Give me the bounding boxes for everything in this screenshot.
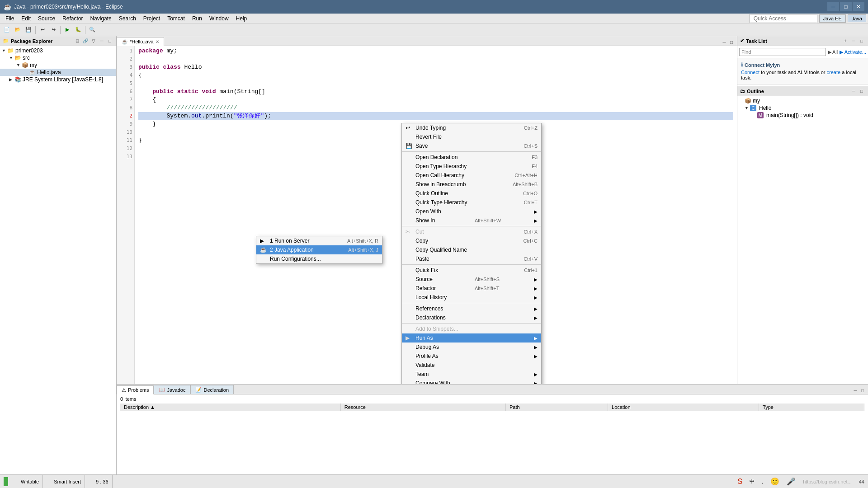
outline-controls: ─ □ bbox=[850, 88, 865, 95]
col-location[interactable]: Location bbox=[608, 404, 759, 411]
quick-access-input[interactable] bbox=[750, 14, 817, 23]
cm-quick-fix[interactable]: Quick Fix Ctrl+1 bbox=[402, 266, 541, 275]
submenu-run-on-server[interactable]: ▶ 1 Run on Server Alt+Shift+X, R bbox=[256, 236, 382, 245]
cm-show-in[interactable]: Show In Alt+Shift+W ▶ bbox=[402, 216, 541, 225]
outline-item-main[interactable]: M main(String[]) : void bbox=[737, 112, 868, 119]
menu-source[interactable]: Source bbox=[34, 14, 59, 23]
minimize-button[interactable]: ─ bbox=[827, 2, 839, 11]
tree-item-hello-java[interactable]: ☕ Hello.java bbox=[0, 69, 116, 76]
task-new-btn[interactable]: + bbox=[842, 38, 849, 45]
tab-javadoc[interactable]: 📖 Javadoc bbox=[154, 385, 190, 394]
cm-add-snippets[interactable]: Add to Snippets... bbox=[402, 324, 541, 333]
search-button[interactable]: 🔍 bbox=[87, 25, 97, 35]
cm-cut[interactable]: ✂ Cut Ctrl+X bbox=[402, 227, 541, 236]
cm-declarations[interactable]: Declarations ▶ bbox=[402, 313, 541, 322]
collapse-all-btn[interactable]: ⊟ bbox=[74, 38, 81, 45]
cm-references[interactable]: References ▶ bbox=[402, 304, 541, 313]
tree-item-jre[interactable]: ▶ 📚 JRE System Library [JavaSE-1.8] bbox=[0, 76, 116, 83]
cm-open-declaration[interactable]: Open Declaration F3 bbox=[402, 153, 541, 162]
cm-compare-with[interactable]: Compare With ▶ bbox=[402, 379, 541, 384]
cm-validate[interactable]: Validate bbox=[402, 361, 541, 370]
menu-window[interactable]: Window bbox=[206, 14, 232, 23]
run-button[interactable]: ▶ bbox=[62, 25, 72, 35]
cm-local-history[interactable]: Local History ▶ bbox=[402, 293, 541, 302]
open-button[interactable]: 📂 bbox=[13, 25, 23, 35]
menu-run[interactable]: Run bbox=[189, 14, 206, 23]
activate-label[interactable]: ▶ Activate... bbox=[840, 49, 866, 55]
bottom-maximize-btn[interactable]: □ bbox=[859, 387, 866, 394]
cm-open-type-shortcut: F4 bbox=[532, 164, 538, 169]
menu-search[interactable]: Search bbox=[115, 14, 140, 23]
java-perspective[interactable]: Java bbox=[848, 14, 866, 22]
tab-problems[interactable]: ⚠ Problems bbox=[117, 385, 154, 394]
minimize-panel-btn[interactable]: ─ bbox=[98, 38, 105, 45]
cm-undo-typing[interactable]: ↩ Undo Typing Ctrl+Z bbox=[402, 123, 541, 132]
col-type[interactable]: Type bbox=[759, 404, 864, 411]
submenu-run-configs[interactable]: Run Configurations... bbox=[256, 254, 382, 263]
close-button[interactable]: ✕ bbox=[853, 2, 864, 11]
outline-maximize-btn[interactable]: □ bbox=[858, 88, 865, 95]
outline-minimize-btn[interactable]: ─ bbox=[850, 88, 857, 95]
package-explorer-title: Package Explorer bbox=[11, 38, 72, 44]
task-find-input[interactable] bbox=[739, 48, 826, 56]
tab-declaration[interactable]: 📝 Declaration bbox=[190, 385, 234, 394]
tree-label-my: my bbox=[30, 62, 37, 68]
outline-item-hello[interactable]: ▼ C Hello bbox=[737, 104, 868, 112]
cm-revert-file[interactable]: Revert File bbox=[402, 132, 541, 141]
editor-maximize-btn[interactable]: □ bbox=[728, 38, 735, 46]
redo-button[interactable]: ↪ bbox=[48, 25, 58, 35]
menu-help[interactable]: Help bbox=[232, 14, 251, 23]
col-path[interactable]: Path bbox=[506, 404, 608, 411]
maximize-button[interactable]: □ bbox=[840, 2, 852, 11]
cm-open-call-hierarchy[interactable]: Open Call Hierarchy Ctrl+Alt+H bbox=[402, 171, 541, 180]
cm-profile-as[interactable]: Profile As ▶ bbox=[402, 352, 541, 361]
tab-close-icon[interactable]: ✕ bbox=[156, 39, 159, 44]
bottom-minimize-btn[interactable]: ─ bbox=[852, 387, 859, 394]
menu-navigate[interactable]: Navigate bbox=[86, 14, 115, 23]
new-button[interactable]: 📄 bbox=[2, 25, 12, 35]
cm-copy[interactable]: Copy Ctrl+C bbox=[402, 236, 541, 245]
cm-save[interactable]: 💾 Save Ctrl+S bbox=[402, 141, 541, 150]
task-maximize-btn[interactable]: □ bbox=[858, 38, 865, 45]
task-minimize-btn[interactable]: ─ bbox=[850, 38, 857, 45]
cm-show-breadcrumb[interactable]: Show in Breadcrumb Alt+Shift+B bbox=[402, 180, 541, 189]
cm-copy-qualified[interactable]: Copy Qualified Name bbox=[402, 245, 541, 254]
cm-copy-shortcut: Ctrl+C bbox=[524, 238, 538, 244]
tree-item-src[interactable]: ▼ 📂 src bbox=[0, 54, 116, 61]
menu-project[interactable]: Project bbox=[140, 14, 164, 23]
view-menu-btn[interactable]: ▽ bbox=[90, 38, 97, 45]
col-resource[interactable]: Resource bbox=[340, 404, 505, 411]
cm-refactor[interactable]: Refactor Alt+Shift+T ▶ bbox=[402, 284, 541, 293]
editor-minimize-btn[interactable]: ─ bbox=[721, 38, 728, 46]
cm-cut-shortcut: Ctrl+X bbox=[524, 229, 538, 235]
mylyn-create-link[interactable]: create bbox=[827, 70, 841, 75]
cm-quick-type-shortcut: Ctrl+T bbox=[524, 200, 538, 205]
tree-item-my[interactable]: ▼ 📦 my bbox=[0, 61, 116, 69]
cm-debug-as[interactable]: Debug As ▶ bbox=[402, 343, 541, 352]
tab-hello-java[interactable]: ☕ *Hello.java ✕ bbox=[117, 37, 164, 46]
menu-refactor[interactable]: Refactor bbox=[59, 14, 86, 23]
cm-quick-type-hierarchy[interactable]: Quick Type Hierarchy Ctrl+T bbox=[402, 198, 541, 207]
cm-quick-outline[interactable]: Quick Outline Ctrl+O bbox=[402, 189, 541, 198]
cm-team[interactable]: Team ▶ bbox=[402, 370, 541, 379]
col-description[interactable]: Description ▲ bbox=[120, 404, 340, 411]
menu-file[interactable]: File bbox=[2, 14, 18, 23]
maximize-panel-btn[interactable]: □ bbox=[106, 38, 113, 45]
menu-tomcat[interactable]: Tomcat bbox=[164, 14, 189, 23]
cm-open-type-hierarchy[interactable]: Open Type Hierarchy F4 bbox=[402, 162, 541, 171]
cm-paste[interactable]: Paste Ctrl+V bbox=[402, 254, 541, 263]
mylyn-connect-link[interactable]: Connect bbox=[741, 70, 760, 75]
editor-content[interactable]: 12345 67829 10111213 package my; public … bbox=[117, 46, 737, 384]
cm-open-with[interactable]: Open With ▶ bbox=[402, 207, 541, 216]
tree-item-primer0203[interactable]: ▼ 📁 primer0203 bbox=[0, 47, 116, 54]
outline-item-my[interactable]: 📦 my bbox=[737, 97, 868, 104]
link-editor-btn[interactable]: 🔗 bbox=[82, 38, 89, 45]
undo-button[interactable]: ↩ bbox=[38, 25, 47, 35]
menu-edit[interactable]: Edit bbox=[18, 14, 34, 23]
cm-run-as[interactable]: ▶ Run As ▶ bbox=[402, 333, 541, 343]
save-button[interactable]: 💾 bbox=[24, 25, 33, 35]
cm-source[interactable]: Source Alt+Shift+S ▶ bbox=[402, 275, 541, 284]
submenu-java-application[interactable]: ☕ 2 Java Application Alt+Shift+X, J bbox=[256, 245, 382, 254]
debug-button[interactable]: 🐛 bbox=[73, 25, 83, 35]
java-ee-perspective[interactable]: Java EE bbox=[819, 14, 846, 23]
